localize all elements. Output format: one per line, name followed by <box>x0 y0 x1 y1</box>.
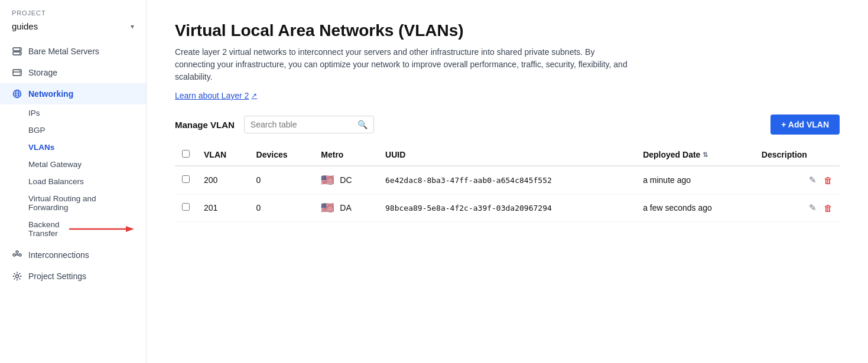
sidebar-item-label: Networking <box>28 89 73 99</box>
sidebar-item-interconnections[interactable]: Interconnections <box>0 244 146 266</box>
table-row: 200 0 🇺🇸 DC 6e42dac8-8ba3-47ff-aab0-a654… <box>175 166 840 194</box>
sidebar-item-label: Storage <box>28 68 57 77</box>
row-checkbox[interactable] <box>182 175 190 183</box>
chevron-down-icon: ▾ <box>131 22 134 31</box>
flag-icon: 🇺🇸 <box>321 174 334 187</box>
select-all-checkbox[interactable] <box>182 150 190 158</box>
sidebar-item-label: Interconnections <box>28 250 89 260</box>
sidebar-sub-item-vlans[interactable]: VLANs <box>0 139 146 156</box>
project-name: guides <box>12 21 38 31</box>
row-checkbox-cell <box>175 194 197 222</box>
sidebar: PROJECT guides ▾ Bare Metal Servers Stor… <box>0 0 147 363</box>
settings-icon <box>12 271 22 282</box>
sidebar-item-label: Project Settings <box>28 272 86 281</box>
add-vlan-button[interactable]: + Add VLAN <box>771 115 840 135</box>
deployed-date-cell: a minute ago <box>636 166 755 194</box>
edit-button[interactable]: ✎ <box>809 202 817 213</box>
page-description: Create layer 2 virtual networks to inter… <box>175 46 636 83</box>
svg-point-7 <box>19 73 21 74</box>
search-icon: 🔍 <box>357 120 368 129</box>
main-content: Virtual Local Area Networks (VLANs) Crea… <box>147 0 868 363</box>
description-cell: ✎ 🗑 <box>755 194 840 222</box>
external-link-icon: ↗ <box>251 91 257 100</box>
sidebar-sub-item-load-balancers[interactable]: Load Balancers <box>0 173 146 190</box>
metro-cell: 🇺🇸 DC <box>314 166 378 194</box>
edit-button[interactable]: ✎ <box>809 175 817 185</box>
flag-icon: 🇺🇸 <box>321 201 334 214</box>
sidebar-item-label: Bare Metal Servers <box>28 47 99 56</box>
annotation-arrow <box>69 224 134 234</box>
storage-icon <box>12 67 22 78</box>
search-input[interactable] <box>251 120 354 129</box>
th-description: Description <box>755 144 840 166</box>
manage-label: Manage VLAN <box>175 120 235 130</box>
interconnect-icon <box>12 250 22 260</box>
sidebar-item-project-settings[interactable]: Project Settings <box>0 266 146 287</box>
sidebar-sub-item-bgp[interactable]: BGP <box>0 122 146 139</box>
sidebar-item-storage[interactable]: Storage <box>0 62 146 83</box>
row-checkbox[interactable] <box>182 203 190 211</box>
description-cell: ✎ 🗑 <box>755 166 840 194</box>
svg-point-20 <box>16 275 19 278</box>
row-checkbox-cell <box>175 166 197 194</box>
search-box[interactable]: 🔍 <box>244 116 374 133</box>
sidebar-item-bare-metal-servers[interactable]: Bare Metal Servers <box>0 41 146 62</box>
project-selector[interactable]: guides ▾ <box>0 19 146 41</box>
delete-button[interactable]: 🗑 <box>824 175 833 185</box>
devices-cell: 0 <box>249 166 314 194</box>
th-devices: Devices <box>249 144 314 166</box>
uuid-cell: 6e42dac8-8ba3-47ff-aab0-a654c845f552 <box>378 166 636 194</box>
devices-cell: 0 <box>249 194 314 222</box>
project-label: PROJECT <box>0 9 146 19</box>
globe-icon <box>12 89 22 99</box>
th-vlan: VLAN <box>197 144 249 166</box>
server-icon <box>12 46 22 57</box>
delete-button[interactable]: 🗑 <box>824 203 833 213</box>
vlan-cell: 200 <box>197 166 249 194</box>
page-title: Virtual Local Area Networks (VLANs) <box>175 21 840 40</box>
sidebar-sub-item-backend-transfer[interactable]: Backend Transfer <box>0 216 146 242</box>
uuid-cell: 98bcea89-5e8a-4f2c-a39f-03da20967294 <box>378 194 636 222</box>
sort-icon: ⇅ <box>703 151 708 159</box>
svg-point-15 <box>13 254 15 256</box>
sidebar-sub-item-ips[interactable]: IPs <box>0 104 146 122</box>
sidebar-sub-item-virtual-routing[interactable]: Virtual Routing and Forwarding <box>0 190 146 216</box>
svg-point-16 <box>19 254 21 256</box>
vlan-table: VLAN Devices Metro UUID Deployed Date ⇅ <box>175 144 840 222</box>
svg-point-18 <box>16 251 18 253</box>
svg-marker-14 <box>126 226 134 232</box>
manage-row-left: Manage VLAN 🔍 <box>175 116 374 133</box>
svg-point-6 <box>19 70 21 71</box>
th-uuid: UUID <box>378 144 636 166</box>
sidebar-item-networking[interactable]: Networking <box>0 83 146 104</box>
vlan-cell: 201 <box>197 194 249 222</box>
th-deployed-date[interactable]: Deployed Date ⇅ <box>636 144 755 166</box>
svg-point-3 <box>19 53 21 54</box>
metro-cell: 🇺🇸 DA <box>314 194 378 222</box>
svg-point-2 <box>19 49 21 50</box>
learn-about-layer2-link[interactable]: Learn about Layer 2 ↗ <box>175 91 257 100</box>
manage-row: Manage VLAN 🔍 + Add VLAN <box>175 115 840 135</box>
metro-code: DA <box>340 203 351 212</box>
table-row: 201 0 🇺🇸 DA 98bcea89-5e8a-4f2c-a39f-03da… <box>175 194 840 222</box>
deployed-date-cell: a few seconds ago <box>636 194 755 222</box>
th-metro: Metro <box>314 144 378 166</box>
sidebar-sub-item-metal-gateway[interactable]: Metal Gateway <box>0 156 146 173</box>
metro-code: DC <box>340 175 352 185</box>
select-all-header <box>175 144 197 166</box>
